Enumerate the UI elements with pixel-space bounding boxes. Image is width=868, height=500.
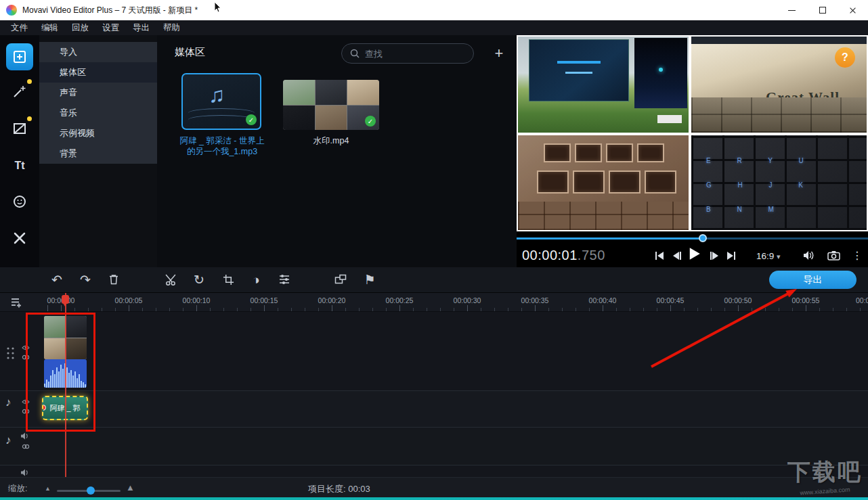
watermark-text: 下载吧: [787, 457, 863, 488]
redo-button[interactable]: ↷: [77, 271, 94, 288]
preview-panel: Great Wall: [517, 35, 868, 267]
mute-speaker-icon[interactable]: [20, 432, 29, 440]
ruler-label: 00:00:25: [378, 296, 421, 304]
music-note-icon: ♪: [5, 434, 12, 447]
minimize-icon: [788, 10, 796, 11]
more-tools-tab-button[interactable]: [6, 225, 33, 252]
display-cell: [609, 171, 641, 194]
sidebar-item-music[interactable]: 音乐: [39, 103, 157, 123]
delete-button[interactable]: [105, 271, 123, 288]
sidebar-item-sample-videos[interactable]: 示例视频: [39, 123, 157, 143]
preview-video-frame[interactable]: Great Wall: [517, 35, 868, 231]
keyboard-letters: E R Y U: [706, 157, 816, 164]
skip-to-start-button[interactable]: [652, 250, 667, 261]
titles-icon: Tt: [14, 160, 24, 172]
search-input[interactable]: [360, 49, 473, 59]
menu-settings[interactable]: 设置: [95, 22, 126, 34]
menu-export[interactable]: 导出: [126, 22, 156, 34]
ruler-label: 00:00:40: [581, 296, 624, 304]
link-icon[interactable]: [22, 443, 30, 450]
import-tab-button[interactable]: [6, 43, 33, 70]
maximize-button[interactable]: [807, 0, 838, 20]
transitions-tab-button[interactable]: [6, 115, 33, 142]
music-note-icon: ♫: [209, 83, 225, 108]
titles-tab-button[interactable]: Tt: [6, 152, 33, 179]
volume-button[interactable]: [802, 250, 815, 263]
media-item-audio[interactable]: ♫ ✓: [181, 73, 261, 130]
window-title: Movavi Video Editor Plus – 7 天试用版 - 新项目 …: [22, 5, 198, 16]
display-row: [537, 171, 676, 194]
caption-line: 阿肆 _ 郭采洁 - 世界上: [162, 135, 282, 146]
zoom-out-icon[interactable]: ▲: [45, 485, 51, 492]
help-button[interactable]: ?: [835, 47, 855, 68]
sidebar-item-media-bin[interactable]: 媒体区: [39, 62, 157, 83]
skip-start-icon: [654, 251, 665, 260]
category-list: 导入 媒体区 声音 音乐 示例视频 背景: [39, 42, 157, 164]
zoom-slider-handle[interactable]: [87, 486, 95, 495]
media-item-video[interactable]: ✓: [283, 80, 379, 130]
annotation-arrow: [630, 277, 819, 376]
track-list-menu-icon[interactable]: [9, 296, 23, 309]
prev-frame-icon: [672, 251, 682, 260]
playhead-handle[interactable]: [62, 295, 69, 304]
stickers-tab-button[interactable]: [6, 188, 33, 215]
export-button[interactable]: 导出: [769, 271, 856, 289]
zoom-in-icon[interactable]: ▲: [126, 482, 135, 493]
menu-file[interactable]: 文件: [4, 22, 35, 34]
previous-frame-button[interactable]: [670, 250, 685, 261]
picture-in-picture-icon: [334, 274, 347, 285]
add-media-button[interactable]: +: [489, 43, 509, 64]
marker-button[interactable]: ⚑: [361, 271, 378, 288]
chevron-down-icon: ▾: [777, 252, 781, 260]
sidebar-item-sounds[interactable]: 声音: [39, 83, 157, 103]
undo-button[interactable]: ↶: [48, 271, 66, 288]
rotate-button[interactable]: ↻: [190, 271, 208, 288]
minimize-button[interactable]: [777, 0, 807, 20]
skip-end-icon: [726, 251, 737, 260]
flag-icon: ⚑: [364, 273, 375, 286]
camera-icon: [827, 250, 840, 260]
seek-handle[interactable]: [699, 234, 707, 242]
display-cell: [637, 143, 664, 162]
split-button[interactable]: [162, 271, 179, 288]
contrast-icon: ◑: [252, 273, 259, 286]
play-icon: [687, 247, 701, 260]
seek-bar[interactable]: [517, 234, 868, 244]
track-divider: [0, 427, 868, 428]
preview-quadrant-top-left: [518, 37, 689, 133]
ruler-label: 00:00:15: [242, 296, 286, 304]
keyboard-decoration: [691, 97, 867, 133]
menu-help[interactable]: 帮助: [156, 22, 187, 34]
mute-speaker-icon[interactable]: [20, 469, 29, 476]
sidebar-item-backgrounds[interactable]: 背景: [39, 143, 157, 164]
annotation-rectangle: [26, 313, 95, 432]
drag-handle-icon[interactable]: [5, 346, 16, 361]
menu-edit[interactable]: 编辑: [35, 22, 65, 34]
menu-playback[interactable]: 回放: [65, 22, 95, 34]
aspect-ratio-dropdown[interactable]: 16:9 ▾: [756, 251, 781, 261]
next-frame-button[interactable]: [707, 250, 722, 261]
crop-button[interactable]: [219, 271, 237, 288]
timecode-ms: .750: [578, 248, 605, 263]
close-button[interactable]: [838, 0, 868, 20]
filters-tab-button[interactable]: [6, 78, 33, 105]
skip-to-end-button[interactable]: [724, 250, 739, 261]
sidebar-item-import[interactable]: 导入: [39, 42, 157, 62]
decoration: [659, 68, 663, 72]
display-cell: [645, 171, 676, 194]
keyboard-letters: G H J K: [706, 181, 815, 189]
snapshot-button[interactable]: [827, 250, 840, 263]
magic-wand-icon: [12, 83, 28, 99]
color-adjustments-button[interactable]: ◑: [247, 271, 265, 288]
clip-properties-button[interactable]: [276, 271, 293, 288]
status-bar: 缩放: ▲ ▲ 项目长度: 00:03: [0, 477, 868, 497]
site-watermark: 下载吧 www.xiazaiba.com: [787, 457, 863, 495]
overlay-button[interactable]: [332, 271, 349, 288]
search-box[interactable]: [341, 43, 474, 64]
stickers-icon: [12, 194, 28, 210]
display-cell: [544, 143, 571, 162]
transitions-icon: [12, 120, 28, 137]
play-button[interactable]: [687, 248, 701, 259]
next-frame-icon: [709, 251, 720, 260]
more-options-button[interactable]: ⋮: [852, 249, 863, 262]
